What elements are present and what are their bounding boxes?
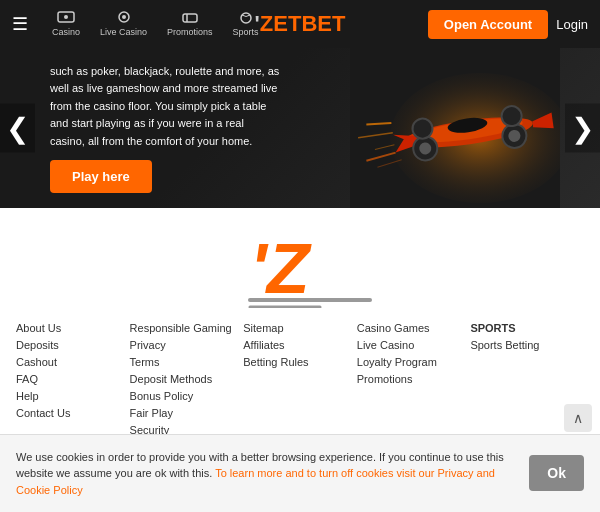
svg-point-3 xyxy=(122,15,126,19)
menu-icon[interactable]: ☰ xyxy=(12,13,28,35)
nav-item-promotions[interactable]: Promotions xyxy=(159,7,221,41)
footer-link-privacy[interactable]: Privacy xyxy=(130,339,244,351)
footer-link-bonus[interactable]: Bonus Policy xyxy=(130,390,244,402)
logo-section: 'Z xyxy=(0,208,600,314)
svg-text:'Z: 'Z xyxy=(250,230,312,308)
footer-link-affiliates[interactable]: Affiliates xyxy=(243,339,357,351)
footer-link-faq[interactable]: FAQ xyxy=(16,373,130,385)
footer-link-deposits[interactable]: Deposits xyxy=(16,339,130,351)
footer-link-cashout[interactable]: Cashout xyxy=(16,356,130,368)
footer-col-3: Sitemap Affiliates Betting Rules xyxy=(243,322,357,436)
nav-item-casino[interactable]: Casino xyxy=(44,7,88,41)
hero-next-arrow[interactable]: ❯ xyxy=(565,104,600,153)
footer-link-terms[interactable]: Terms xyxy=(130,356,244,368)
nav-label-promotions: Promotions xyxy=(167,27,213,37)
footer-link-responsible[interactable]: Responsible Gaming xyxy=(130,322,244,334)
footer-link-casino-games[interactable]: Casino Games xyxy=(357,322,471,334)
svg-point-1 xyxy=(64,15,68,19)
footer-link-betting-rules[interactable]: Betting Rules xyxy=(243,356,357,368)
header: ☰ Casino Live Casino Promotions Sports '… xyxy=(0,0,600,48)
cookie-ok-button[interactable]: Ok xyxy=(529,455,584,491)
footer-col-1: About Us Deposits Cashout FAQ Help Conta… xyxy=(16,322,130,436)
nav-label-live-casino: Live Casino xyxy=(100,27,147,37)
nav-label-casino: Casino xyxy=(52,27,80,37)
logo: 'ZETBET xyxy=(255,11,346,37)
cookie-banner: We use cookies in order to provide you w… xyxy=(0,434,600,513)
footer-link-loyalty[interactable]: Loyalty Program xyxy=(357,356,471,368)
footer-link-promotions[interactable]: Promotions xyxy=(357,373,471,385)
footer-link-sports[interactable]: SPORTS xyxy=(470,322,584,334)
open-account-button[interactable]: Open Account xyxy=(428,10,548,39)
footer-link-deposit-methods[interactable]: Deposit Methods xyxy=(130,373,244,385)
login-button[interactable]: Login xyxy=(556,10,588,39)
footer-col-2: Responsible Gaming Privacy Terms Deposit… xyxy=(130,322,244,436)
nav-bar: Casino Live Casino Promotions Sports xyxy=(44,7,267,41)
footer: About Us Deposits Cashout FAQ Help Conta… xyxy=(0,314,600,444)
hero-section: ❮ such as poker, blackjack, roulette and… xyxy=(0,48,600,208)
svg-point-6 xyxy=(241,13,251,23)
hero-content: such as poker, blackjack, roulette and m… xyxy=(0,51,600,206)
footer-links: About Us Deposits Cashout FAQ Help Conta… xyxy=(16,322,584,436)
header-actions: Open Account Login xyxy=(428,10,588,39)
big-logo: 'Z xyxy=(240,228,360,298)
footer-link-sports-betting[interactable]: Sports Betting xyxy=(470,339,584,351)
footer-link-sitemap[interactable]: Sitemap xyxy=(243,322,357,334)
footer-link-fair-play[interactable]: Fair Play xyxy=(130,407,244,419)
footer-link-live-casino[interactable]: Live Casino xyxy=(357,339,471,351)
footer-col-4: Casino Games Live Casino Loyalty Program… xyxy=(357,322,471,436)
play-here-button[interactable]: Play here xyxy=(50,160,152,193)
footer-link-about[interactable]: About Us xyxy=(16,322,130,334)
scroll-to-top-button[interactable]: ∧ xyxy=(564,404,592,432)
cookie-text: We use cookies in order to provide you w… xyxy=(16,449,513,499)
footer-link-contact[interactable]: Contact Us xyxy=(16,407,130,419)
nav-item-live-casino[interactable]: Live Casino xyxy=(92,7,155,41)
hero-prev-arrow[interactable]: ❮ xyxy=(0,104,35,153)
hero-text: such as poker, blackjack, roulette and m… xyxy=(50,63,280,151)
svg-rect-4 xyxy=(183,14,197,22)
footer-link-help[interactable]: Help xyxy=(16,390,130,402)
